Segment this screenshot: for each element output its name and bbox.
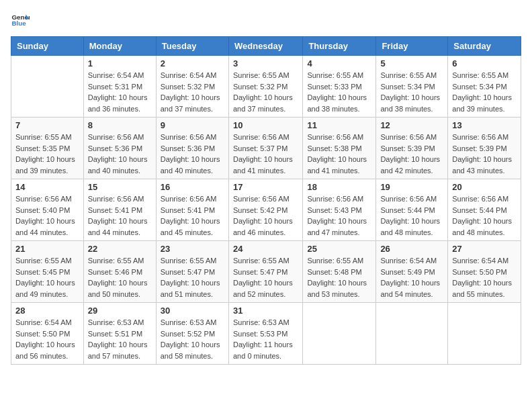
week-row-5: 28Sunrise: 6:54 AM Sunset: 5:50 PM Dayli… xyxy=(11,303,521,365)
day-number: 24 xyxy=(233,244,298,254)
day-info: Sunrise: 6:56 AM Sunset: 5:42 PM Dayligh… xyxy=(233,193,298,238)
day-cell: 2Sunrise: 6:54 AM Sunset: 5:32 PM Daylig… xyxy=(156,56,228,118)
header-row: SundayMondayTuesdayWednesdayThursdayFrid… xyxy=(11,37,521,56)
day-info: Sunrise: 6:55 AM Sunset: 5:47 PM Dayligh… xyxy=(233,255,298,300)
day-number: 8 xyxy=(88,120,152,130)
day-header-tuesday: Tuesday xyxy=(156,37,228,56)
day-info: Sunrise: 6:55 AM Sunset: 5:34 PM Dayligh… xyxy=(380,70,443,114)
day-cell: 23Sunrise: 6:55 AM Sunset: 5:47 PM Dayli… xyxy=(156,241,228,303)
day-cell: 21Sunrise: 6:55 AM Sunset: 5:45 PM Dayli… xyxy=(11,241,84,303)
day-number: 15 xyxy=(88,182,152,192)
calendar-table: SundayMondayTuesdayWednesdayThursdayFrid… xyxy=(11,36,521,365)
day-cell xyxy=(376,303,448,365)
day-cell: 8Sunrise: 6:56 AM Sunset: 5:36 PM Daylig… xyxy=(83,118,156,179)
day-number: 22 xyxy=(88,244,152,254)
day-info: Sunrise: 6:53 AM Sunset: 5:52 PM Dayligh… xyxy=(161,317,224,361)
day-cell: 29Sunrise: 6:53 AM Sunset: 5:51 PM Dayli… xyxy=(83,303,156,365)
logo-icon: General Blue xyxy=(11,11,30,30)
day-number: 17 xyxy=(233,182,298,192)
day-cell: 9Sunrise: 6:56 AM Sunset: 5:36 PM Daylig… xyxy=(156,118,228,179)
day-cell: 31Sunrise: 6:53 AM Sunset: 5:53 PM Dayli… xyxy=(228,303,302,365)
day-number: 19 xyxy=(380,182,443,192)
day-number: 23 xyxy=(161,244,224,254)
week-row-4: 21Sunrise: 6:55 AM Sunset: 5:45 PM Dayli… xyxy=(11,241,521,303)
day-cell: 15Sunrise: 6:56 AM Sunset: 5:41 PM Dayli… xyxy=(83,179,156,241)
day-cell xyxy=(11,56,84,118)
day-cell: 14Sunrise: 6:56 AM Sunset: 5:40 PM Dayli… xyxy=(11,179,84,241)
day-number: 26 xyxy=(380,244,443,254)
day-cell: 1Sunrise: 6:54 AM Sunset: 5:31 PM Daylig… xyxy=(83,56,156,118)
day-cell: 17Sunrise: 6:56 AM Sunset: 5:42 PM Dayli… xyxy=(228,179,302,241)
day-info: Sunrise: 6:55 AM Sunset: 5:35 PM Dayligh… xyxy=(15,132,79,176)
day-header-friday: Friday xyxy=(376,37,448,56)
day-header-monday: Monday xyxy=(83,37,156,56)
day-info: Sunrise: 6:55 AM Sunset: 5:32 PM Dayligh… xyxy=(233,70,298,114)
day-number: 12 xyxy=(380,120,443,130)
day-info: Sunrise: 6:55 AM Sunset: 5:45 PM Dayligh… xyxy=(15,255,79,300)
day-cell: 3Sunrise: 6:55 AM Sunset: 5:32 PM Daylig… xyxy=(228,56,302,118)
week-row-1: 1Sunrise: 6:54 AM Sunset: 5:31 PM Daylig… xyxy=(11,56,521,118)
day-header-saturday: Saturday xyxy=(448,37,521,56)
day-cell: 4Sunrise: 6:55 AM Sunset: 5:33 PM Daylig… xyxy=(303,56,376,118)
day-info: Sunrise: 6:56 AM Sunset: 5:44 PM Dayligh… xyxy=(452,193,517,238)
day-number: 18 xyxy=(307,182,371,192)
day-cell: 30Sunrise: 6:53 AM Sunset: 5:52 PM Dayli… xyxy=(156,303,228,365)
day-number: 4 xyxy=(307,58,371,68)
day-info: Sunrise: 6:55 AM Sunset: 5:47 PM Dayligh… xyxy=(161,255,224,300)
week-row-3: 14Sunrise: 6:56 AM Sunset: 5:40 PM Dayli… xyxy=(11,179,521,241)
day-header-wednesday: Wednesday xyxy=(228,37,302,56)
day-number: 5 xyxy=(380,58,443,68)
day-cell: 28Sunrise: 6:54 AM Sunset: 5:50 PM Dayli… xyxy=(11,303,84,365)
day-header-thursday: Thursday xyxy=(303,37,376,56)
day-number: 13 xyxy=(452,120,517,130)
day-cell: 10Sunrise: 6:56 AM Sunset: 5:37 PM Dayli… xyxy=(228,118,302,179)
day-cell: 26Sunrise: 6:54 AM Sunset: 5:49 PM Dayli… xyxy=(376,241,448,303)
day-number: 7 xyxy=(15,120,79,130)
day-info: Sunrise: 6:56 AM Sunset: 5:41 PM Dayligh… xyxy=(161,193,224,238)
day-info: Sunrise: 6:54 AM Sunset: 5:49 PM Dayligh… xyxy=(380,255,443,300)
day-info: Sunrise: 6:56 AM Sunset: 5:44 PM Dayligh… xyxy=(380,193,443,238)
day-info: Sunrise: 6:54 AM Sunset: 5:50 PM Dayligh… xyxy=(15,317,79,361)
day-cell: 24Sunrise: 6:55 AM Sunset: 5:47 PM Dayli… xyxy=(228,241,302,303)
day-cell: 16Sunrise: 6:56 AM Sunset: 5:41 PM Dayli… xyxy=(156,179,228,241)
day-info: Sunrise: 6:55 AM Sunset: 5:34 PM Dayligh… xyxy=(452,70,517,114)
day-number: 31 xyxy=(233,306,298,316)
day-number: 14 xyxy=(15,182,79,192)
day-number: 29 xyxy=(88,306,152,316)
day-cell: 22Sunrise: 6:55 AM Sunset: 5:46 PM Dayli… xyxy=(83,241,156,303)
day-info: Sunrise: 6:56 AM Sunset: 5:38 PM Dayligh… xyxy=(307,132,371,176)
day-number: 9 xyxy=(161,120,224,130)
day-info: Sunrise: 6:56 AM Sunset: 5:36 PM Dayligh… xyxy=(88,132,152,176)
day-info: Sunrise: 6:54 AM Sunset: 5:50 PM Dayligh… xyxy=(452,255,517,300)
day-cell: 25Sunrise: 6:55 AM Sunset: 5:48 PM Dayli… xyxy=(303,241,376,303)
day-number: 30 xyxy=(161,306,224,316)
day-cell: 20Sunrise: 6:56 AM Sunset: 5:44 PM Dayli… xyxy=(448,179,521,241)
day-number: 1 xyxy=(88,58,152,68)
day-cell xyxy=(303,303,376,365)
day-number: 21 xyxy=(15,244,79,254)
day-cell: 7Sunrise: 6:55 AM Sunset: 5:35 PM Daylig… xyxy=(11,118,84,179)
day-cell: 5Sunrise: 6:55 AM Sunset: 5:34 PM Daylig… xyxy=(376,56,448,118)
day-number: 3 xyxy=(233,58,298,68)
day-header-sunday: Sunday xyxy=(11,37,84,56)
day-info: Sunrise: 6:56 AM Sunset: 5:43 PM Dayligh… xyxy=(307,193,371,238)
day-cell: 13Sunrise: 6:56 AM Sunset: 5:39 PM Dayli… xyxy=(448,118,521,179)
day-cell xyxy=(448,303,521,365)
logo: General Blue xyxy=(11,11,30,30)
day-info: Sunrise: 6:56 AM Sunset: 5:41 PM Dayligh… xyxy=(88,193,152,238)
day-number: 10 xyxy=(233,120,298,130)
day-number: 27 xyxy=(452,244,517,254)
day-number: 2 xyxy=(161,58,224,68)
day-number: 25 xyxy=(307,244,371,254)
day-info: Sunrise: 6:56 AM Sunset: 5:37 PM Dayligh… xyxy=(233,132,298,176)
day-info: Sunrise: 6:53 AM Sunset: 5:51 PM Dayligh… xyxy=(88,317,152,361)
day-cell: 27Sunrise: 6:54 AM Sunset: 5:50 PM Dayli… xyxy=(448,241,521,303)
svg-text:Blue: Blue xyxy=(11,19,26,27)
day-number: 6 xyxy=(452,58,517,68)
day-info: Sunrise: 6:56 AM Sunset: 5:36 PM Dayligh… xyxy=(161,132,224,176)
day-number: 11 xyxy=(307,120,371,130)
day-info: Sunrise: 6:55 AM Sunset: 5:46 PM Dayligh… xyxy=(88,255,152,300)
day-cell: 18Sunrise: 6:56 AM Sunset: 5:43 PM Dayli… xyxy=(303,179,376,241)
day-info: Sunrise: 6:55 AM Sunset: 5:33 PM Dayligh… xyxy=(307,70,371,114)
day-info: Sunrise: 6:56 AM Sunset: 5:40 PM Dayligh… xyxy=(15,193,79,238)
